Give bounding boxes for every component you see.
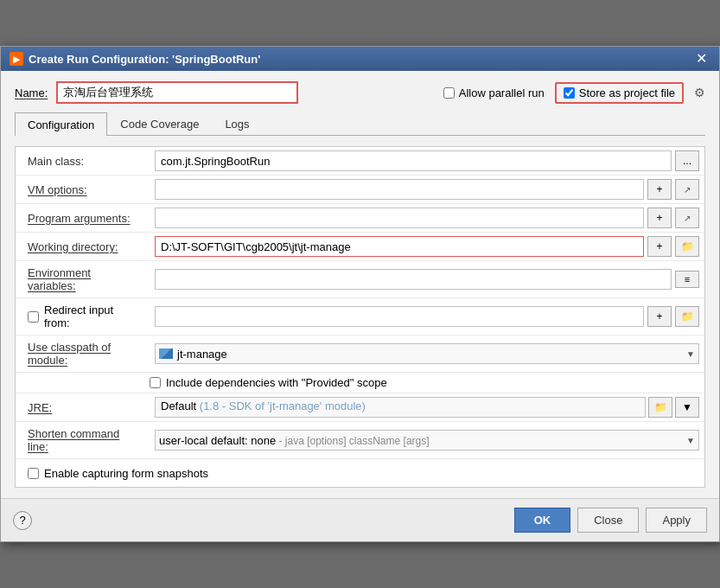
ok-button[interactable]: OK [514,508,571,533]
name-label: Name: [15,86,48,99]
jre-row: JRE: Default (1.8 - SDK of 'jt-manage' m… [16,393,704,422]
jre-display: Default (1.8 - SDK of 'jt-manage' module… [155,397,646,418]
jre-dropdown-button[interactable]: ▼ [675,397,699,418]
main-class-label: Main class: [16,150,150,173]
allow-parallel-label[interactable]: Allow parallel run [443,86,545,99]
snapshots-label: Enable capturing form snapshots [44,467,208,480]
include-deps-row: Include dependencies with "Provided" sco… [16,373,704,393]
classpath-label: Use classpath of module: [16,336,150,372]
working-dir-add-button[interactable]: + [647,236,672,257]
dialog-footer: ? OK Close Apply [1,498,719,541]
name-row: Name: Allow parallel run Store as projec… [15,81,705,104]
module-icon [159,348,173,359]
tab-logs[interactable]: Logs [212,112,262,135]
title-bar: ▶ Create Run Configuration: 'SpringBootR… [1,47,719,71]
snapshots-checkbox-wrapper: Enable capturing form snapshots [16,460,220,486]
shorten-label: Shorten command line: [16,422,150,458]
close-dialog-button[interactable]: Close [577,508,639,533]
shorten-main: user-local default: none [159,434,276,447]
shorten-dropdown-arrow: ▼ [686,436,695,445]
include-deps-checkbox[interactable] [150,377,161,388]
footer-left: ? [13,511,32,530]
program-args-add-button[interactable]: + [647,208,672,228]
redirect-input[interactable] [155,306,644,327]
dialog-window: ▶ Create Run Configuration: 'SpringBootR… [0,46,720,542]
env-vars-edit-button[interactable]: ≡ [675,271,699,288]
main-class-input[interactable] [155,150,672,171]
snapshots-checkbox[interactable] [28,468,39,479]
vm-options-expand-button[interactable]: ↗ [675,179,699,200]
redirect-row: Redirect input from: + 📁 [16,298,704,336]
store-project-wrapper: Store as project file [555,82,684,104]
program-args-label: Program arguments: [16,207,150,230]
redirect-control: + 📁 [150,303,704,330]
working-dir-control: + 📁 [150,233,704,260]
main-class-browse-button[interactable]: ... [675,150,699,171]
store-project-label[interactable]: Store as project file [564,86,675,99]
form-section: Main class: ... VM options: + ↗ Program … [15,146,705,488]
redirect-label: Redirect input from: [44,304,137,329]
program-args-input[interactable] [155,208,644,228]
header-right: Allow parallel run Store as project file… [443,82,705,104]
redirect-add-button[interactable]: + [647,306,672,327]
app-icon: ▶ [10,52,23,66]
redirect-checkbox[interactable] [28,311,39,323]
redirect-checkbox-wrapper: Redirect input from: [16,298,150,335]
shorten-select[interactable]: user-local default: none - java [options… [155,430,699,451]
shorten-detail: - java [options] className [args] [276,435,429,447]
vm-options-row: VM options: + ↗ [16,176,704,204]
module-select[interactable]: jt-manage ▼ [155,343,699,364]
module-select-text: jt-manage [159,348,227,361]
footer-right: OK Close Apply [514,508,707,533]
program-args-expand-button[interactable]: ↗ [675,208,699,228]
tabs-bar: Configuration Code Coverage Logs [15,112,705,136]
snapshots-row: Enable capturing form snapshots [16,459,704,487]
jre-label: JRE: [16,396,150,419]
main-class-row: Main class: ... [16,147,704,176]
working-dir-label: Working directory: [16,235,150,259]
env-vars-label: Environment variables: [16,261,150,297]
shorten-row: Shorten command line: user-local default… [16,422,704,459]
program-args-row: Program arguments: + ↗ [16,204,704,233]
program-args-control: + ↗ [150,204,704,232]
jre-default: Default [161,399,196,412]
module-dropdown-arrow: ▼ [686,349,695,359]
working-dir-row: Working directory: + 📁 [16,233,704,261]
vm-options-input[interactable] [155,179,644,200]
allow-parallel-checkbox[interactable] [443,87,455,99]
classpath-row: Use classpath of module: jt-manage ▼ [16,336,704,373]
jre-control: Default (1.8 - SDK of 'jt-manage' module… [150,393,704,421]
store-project-checkbox[interactable] [564,87,575,99]
include-deps-label: Include dependencies with "Provided" sco… [166,376,387,389]
jre-browse-button[interactable]: 📁 [648,397,672,418]
tab-configuration[interactable]: Configuration [15,112,107,136]
working-dir-browse-button[interactable]: 📁 [675,236,699,257]
shorten-control: user-local default: none - java [options… [150,426,704,454]
shorten-display: user-local default: none - java [options… [159,434,430,447]
env-vars-row: Environment variables: ≡ [16,261,704,298]
jre-detail: (1.8 - SDK of 'jt-manage' module) [196,399,366,412]
dialog-body: Name: Allow parallel run Store as projec… [1,71,719,498]
classpath-control: jt-manage ▼ [150,340,704,368]
redirect-browse-button[interactable]: 📁 [675,306,699,327]
name-input[interactable] [56,81,298,104]
window-close-button[interactable]: ✕ [692,52,710,66]
help-button[interactable]: ? [13,511,32,530]
module-name: jt-manage [177,348,227,361]
dialog-title: Create Run Configuration: 'SpringBootRun… [29,53,260,66]
apply-button[interactable]: Apply [646,508,707,533]
vm-options-label: VM options: [16,178,150,201]
vm-options-add-button[interactable]: + [647,179,672,200]
main-class-control: ... [150,147,704,175]
gear-button[interactable]: ⚙ [694,86,705,99]
tab-code-coverage[interactable]: Code Coverage [107,112,212,135]
env-vars-input[interactable] [155,269,672,290]
env-vars-control: ≡ [150,265,704,293]
title-bar-left: ▶ Create Run Configuration: 'SpringBootR… [10,52,260,66]
vm-options-control: + ↗ [150,176,704,203]
working-dir-input[interactable] [155,236,644,257]
